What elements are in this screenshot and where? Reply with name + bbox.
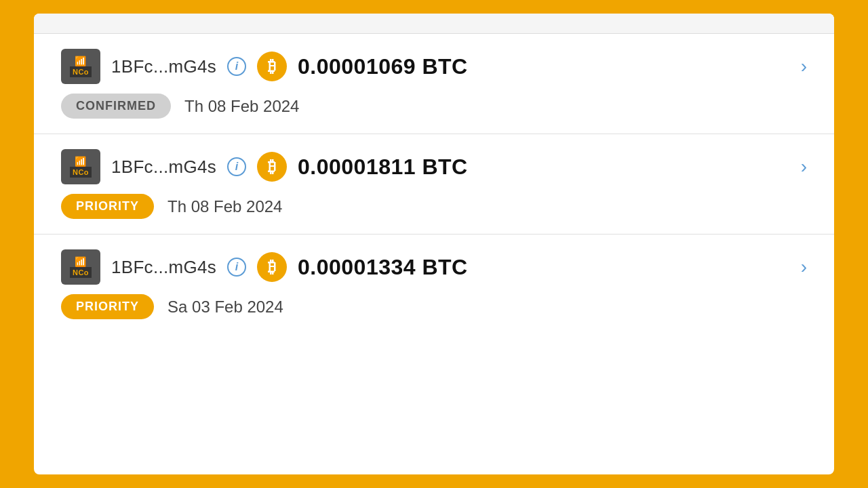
status-badge: CONFIRMED bbox=[61, 94, 171, 119]
wallet-label: NCo bbox=[70, 167, 92, 178]
wallet-label: NCo bbox=[70, 267, 92, 278]
info-icon[interactable]: i bbox=[227, 258, 246, 277]
wallet-label: NCo bbox=[70, 66, 92, 77]
transaction-item[interactable]: 📶 NCo 1BFc...mG4s i ₿ 0.00001334 BTC › P… bbox=[34, 235, 834, 334]
status-badge: PRIORITY bbox=[61, 194, 154, 219]
date-text: Sa 03 Feb 2024 bbox=[167, 298, 283, 317]
btc-icon: ₿ bbox=[257, 152, 287, 182]
transaction-list: 📶 NCo 1BFc...mG4s i ₿ 0.00001069 BTC › C… bbox=[34, 34, 834, 474]
amount-text: 0.00001334 BTC bbox=[298, 255, 790, 280]
info-icon[interactable]: i bbox=[227, 57, 246, 76]
transaction-item[interactable]: 📶 NCo 1BFc...mG4s i ₿ 0.00001069 BTC › C… bbox=[34, 34, 834, 134]
chevron-right-icon[interactable]: › bbox=[801, 56, 807, 77]
btc-symbol: ₿ bbox=[268, 157, 276, 176]
wifi-icon: 📶 bbox=[75, 56, 86, 66]
transaction-bottom-row: PRIORITY Th 08 Feb 2024 bbox=[61, 194, 807, 219]
btc-icon: ₿ bbox=[257, 252, 287, 282]
btc-symbol: ₿ bbox=[268, 258, 276, 277]
chevron-right-icon[interactable]: › bbox=[801, 156, 807, 178]
amount-text: 0.00001069 BTC bbox=[298, 54, 790, 79]
date-text: Th 08 Feb 2024 bbox=[184, 97, 299, 116]
wifi-icon: 📶 bbox=[75, 156, 86, 167]
transaction-bottom-row: CONFIRMED Th 08 Feb 2024 bbox=[61, 94, 807, 119]
address-text: 1BFc...mG4s bbox=[111, 257, 216, 278]
transaction-item[interactable]: 📶 NCo 1BFc...mG4s i ₿ 0.00001811 BTC › P… bbox=[34, 134, 834, 235]
amount-text: 0.00001811 BTC bbox=[298, 155, 790, 180]
btc-icon: ₿ bbox=[257, 52, 287, 81]
wallet-icon: 📶 NCo bbox=[61, 49, 100, 84]
transaction-bottom-row: PRIORITY Sa 03 Feb 2024 bbox=[61, 294, 807, 319]
top-partial-area bbox=[34, 14, 834, 34]
wallet-icon: 📶 NCo bbox=[61, 249, 100, 285]
status-badge: PRIORITY bbox=[61, 294, 154, 319]
btc-symbol: ₿ bbox=[268, 57, 276, 76]
wallet-icon: 📶 NCo bbox=[61, 149, 100, 184]
address-text: 1BFc...mG4s bbox=[111, 157, 216, 178]
transaction-top-row: 📶 NCo 1BFc...mG4s i ₿ 0.00001811 BTC › bbox=[61, 149, 807, 184]
transaction-top-row: 📶 NCo 1BFc...mG4s i ₿ 0.00001334 BTC › bbox=[61, 249, 807, 285]
date-text: Th 08 Feb 2024 bbox=[167, 197, 282, 216]
transaction-top-row: 📶 NCo 1BFc...mG4s i ₿ 0.00001069 BTC › bbox=[61, 49, 807, 84]
chevron-right-icon[interactable]: › bbox=[801, 256, 807, 278]
info-icon[interactable]: i bbox=[227, 157, 246, 176]
main-container: 📶 NCo 1BFc...mG4s i ₿ 0.00001069 BTC › C… bbox=[34, 14, 834, 474]
wifi-icon: 📶 bbox=[75, 256, 86, 267]
address-text: 1BFc...mG4s bbox=[111, 56, 216, 77]
